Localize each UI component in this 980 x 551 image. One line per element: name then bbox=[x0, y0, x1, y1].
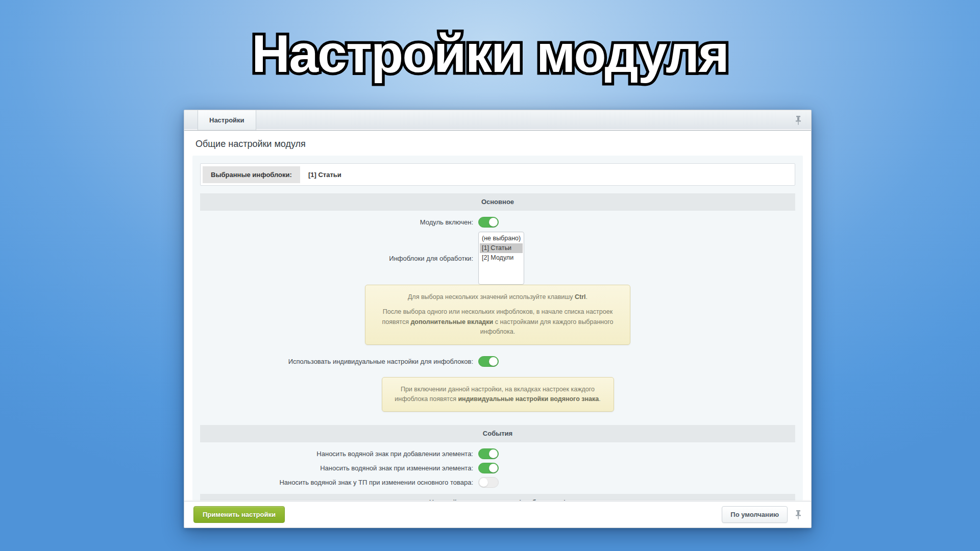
hint-multiselect-note: Для выбора нескольких значений используй… bbox=[365, 285, 630, 345]
settings-window: Настройки Общие настройки модуля Выбранн… bbox=[184, 110, 812, 528]
row-individual-settings: Использовать индивидуальные настройки дл… bbox=[200, 356, 795, 367]
default-settings-button[interactable]: По умолчанию bbox=[722, 506, 788, 523]
settings-content: Общие настройки модуля Выбранные инфобло… bbox=[184, 131, 811, 501]
page-title-outline: Настройки модуля bbox=[0, 23, 980, 84]
selected-infoblocks-box: Выбранные инфоблоки: [1] Статьи bbox=[200, 163, 795, 186]
section-header-main: Основное bbox=[200, 193, 795, 211]
hint-individual-note: При включении данной настройки, на вклад… bbox=[382, 377, 614, 412]
watermark-on-offer-toggle[interactable] bbox=[478, 477, 499, 488]
toggle-knob bbox=[489, 464, 498, 472]
row-watermark-on-update: Наносить водяной знак при изменении элем… bbox=[200, 463, 795, 473]
watermark-on-offer-label: Наносить водяной знак у ТП при изменении… bbox=[200, 479, 478, 486]
individual-settings-label: Использовать индивидуальные настройки дл… bbox=[200, 358, 478, 365]
selected-infoblocks-label: Выбранные инфоблоки: bbox=[203, 166, 300, 183]
toggle-knob bbox=[479, 478, 488, 487]
settings-form: Выбранные инфоблоки: [1] Статьи Основное… bbox=[192, 156, 803, 500]
selected-infoblocks-value: [1] Статьи bbox=[308, 171, 341, 179]
section-header-watermark: Настройки водяного знака (изображение) bbox=[200, 494, 795, 500]
toggle-knob bbox=[489, 357, 498, 366]
module-enabled-toggle[interactable] bbox=[478, 217, 499, 228]
toggle-knob bbox=[489, 218, 498, 227]
infoblocks-listbox[interactable]: (не выбрано) [1] Статьи [2] Модули bbox=[478, 232, 524, 285]
infoblocks-label: Инфоблоки для обработки: bbox=[200, 255, 478, 262]
section-header-events: События bbox=[200, 425, 795, 442]
row-infoblocks: Инфоблоки для обработки: (не выбрано) [1… bbox=[200, 232, 795, 285]
listbox-option[interactable]: (не выбрано) bbox=[480, 234, 523, 243]
toggle-knob bbox=[489, 449, 498, 458]
tab-bar: Настройки bbox=[184, 110, 811, 131]
hint-line-2: После выбора одного или нескольких инфоб… bbox=[376, 307, 620, 337]
apply-settings-button[interactable]: Применить настройки bbox=[193, 506, 285, 523]
page-title-text: Настройки модуля bbox=[0, 23, 980, 84]
bottom-button-bar: Применить настройки По умолчанию bbox=[184, 501, 811, 528]
listbox-option-selected[interactable]: [1] Статьи bbox=[480, 243, 523, 253]
row-watermark-on-add: Наносить водяной знак при добавлении эле… bbox=[200, 448, 795, 459]
row-module-enabled: Модуль включен: bbox=[200, 217, 795, 228]
watermark-on-update-label: Наносить водяной знак при изменении элем… bbox=[200, 464, 478, 472]
module-enabled-label: Модуль включен: bbox=[200, 218, 478, 226]
tab-settings[interactable]: Настройки bbox=[198, 110, 256, 130]
row-watermark-on-offer: Наносить водяной знак у ТП при изменении… bbox=[200, 477, 795, 488]
watermark-on-add-label: Наносить водяной знак при добавлении эле… bbox=[200, 450, 478, 458]
listbox-option[interactable]: [2] Модули bbox=[480, 253, 523, 263]
watermark-on-add-toggle[interactable] bbox=[478, 448, 499, 459]
pin-icon[interactable] bbox=[795, 116, 802, 125]
settings-heading: Общие настройки модуля bbox=[195, 139, 803, 149]
watermark-on-update-toggle[interactable] bbox=[478, 463, 499, 473]
individual-settings-toggle[interactable] bbox=[478, 356, 499, 367]
hint-text: При включении данной настройки, на вклад… bbox=[393, 385, 603, 405]
hint-line-1: Для выбора нескольких значений используй… bbox=[376, 292, 620, 302]
pin-icon[interactable] bbox=[795, 510, 802, 519]
page-title: Настройки модуля Настройки модуля bbox=[0, 23, 980, 90]
